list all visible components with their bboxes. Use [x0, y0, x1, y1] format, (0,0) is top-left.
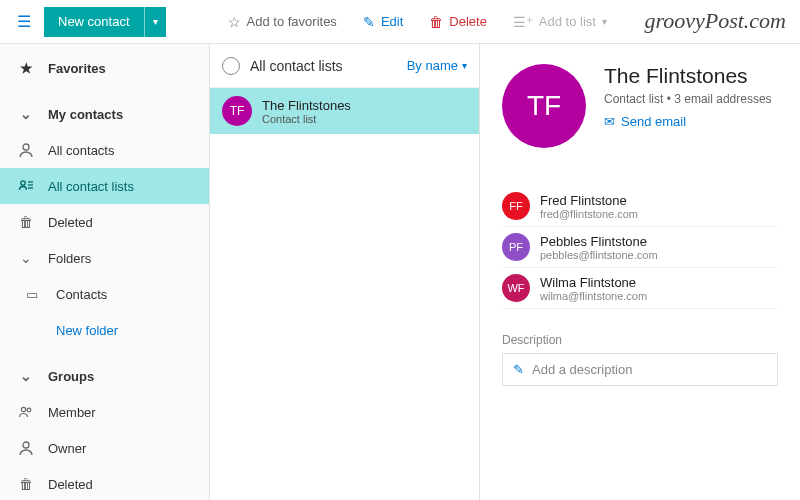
list-header: All contact lists By name ▾: [210, 44, 479, 88]
member-name: Pebbles Flintstone: [540, 234, 658, 249]
star-icon: ☆: [228, 14, 241, 30]
edit-label: Edit: [381, 14, 403, 29]
sidebar-new-folder[interactable]: New folder: [0, 312, 209, 348]
sidebar-label: Favorites: [48, 61, 106, 76]
sidebar-item-favorites[interactable]: ★ Favorites: [0, 50, 209, 86]
people-icon: [18, 404, 34, 420]
sidebar-item-deleted[interactable]: 🗑 Deleted: [0, 204, 209, 240]
hamburger-icon[interactable]: ☰: [10, 12, 38, 31]
member-row[interactable]: FF Fred Flintstonefred@flintstone.com: [502, 186, 778, 227]
pencil-icon: ✎: [513, 362, 524, 377]
svg-point-5: [21, 407, 25, 411]
sidebar-item-folders[interactable]: ⌄ Folders: [0, 240, 209, 276]
sidebar-label: Groups: [48, 369, 94, 384]
trash-icon: 🗑: [429, 14, 443, 30]
member-avatar: FF: [502, 192, 530, 220]
edit-button[interactable]: ✎ Edit: [353, 14, 413, 30]
member-email: fred@flintstone.com: [540, 208, 638, 220]
sidebar-item-contacts-folder[interactable]: ▭ Contacts: [0, 276, 209, 312]
trash-icon: 🗑: [18, 476, 34, 492]
detail-avatar: TF: [502, 64, 586, 148]
sort-label: By name: [407, 58, 458, 73]
chevron-down-icon[interactable]: ▾: [144, 7, 166, 37]
chevron-down-icon: ⌄: [18, 250, 34, 266]
sidebar-item-member[interactable]: Member: [0, 394, 209, 430]
chevron-down-icon: ⌄: [18, 368, 34, 384]
member-row[interactable]: PF Pebbles Flintstonepebbles@flintstone.…: [502, 227, 778, 268]
sidebar-label: Member: [48, 405, 96, 420]
member-name: Wilma Flintstone: [540, 275, 647, 290]
detail-title: The Flintstones: [604, 64, 772, 88]
pencil-icon: ✎: [363, 14, 375, 30]
delete-label: Delete: [449, 14, 487, 29]
mail-icon: ✉: [604, 114, 615, 129]
svg-point-0: [23, 144, 29, 150]
member-name: Fred Flintstone: [540, 193, 638, 208]
description-placeholder: Add a description: [532, 362, 632, 377]
detail-pane: TF The Flintstones Contact list • 3 emai…: [480, 44, 800, 500]
svg-point-7: [23, 442, 29, 448]
people-list-icon: [18, 178, 34, 194]
list-item-name: The Flintstones: [262, 98, 351, 113]
select-all-checkbox[interactable]: [222, 57, 240, 75]
sidebar-item-all-contact-lists[interactable]: All contact lists: [0, 168, 209, 204]
sidebar-label: Deleted: [48, 477, 93, 492]
sidebar-item-groups[interactable]: ⌄ Groups: [0, 358, 209, 394]
sidebar-item-groups-deleted[interactable]: 🗑 Deleted: [0, 466, 209, 500]
sidebar: ★ Favorites ⌄ My contacts All contacts A…: [0, 44, 210, 500]
sidebar-label: Deleted: [48, 215, 93, 230]
list-item-sub: Contact list: [262, 113, 351, 125]
new-contact-label: New contact: [44, 14, 144, 29]
trash-icon: 🗑: [18, 214, 34, 230]
member-email: pebbles@flintstone.com: [540, 249, 658, 261]
star-icon: ★: [18, 60, 34, 76]
sidebar-item-owner[interactable]: Owner: [0, 430, 209, 466]
description-input[interactable]: ✎ Add a description: [502, 353, 778, 386]
person-icon: [18, 142, 34, 158]
new-contact-button[interactable]: New contact ▾: [44, 7, 166, 37]
sidebar-label: All contact lists: [48, 179, 134, 194]
detail-subtitle: Contact list • 3 email addresses: [604, 92, 772, 106]
main-content: ★ Favorites ⌄ My contacts All contacts A…: [0, 44, 800, 500]
chevron-down-icon: ⌄: [18, 106, 34, 122]
send-email-button[interactable]: ✉ Send email: [604, 114, 772, 129]
description-label: Description: [502, 333, 778, 347]
send-email-label: Send email: [621, 114, 686, 129]
sidebar-label: New folder: [56, 323, 118, 338]
sidebar-label: Owner: [48, 441, 86, 456]
sidebar-label: Contacts: [56, 287, 107, 302]
contacts-folder-icon: ▭: [26, 287, 42, 302]
list-item-avatar: TF: [222, 96, 252, 126]
sidebar-label: All contacts: [48, 143, 114, 158]
detail-header: TF The Flintstones Contact list • 3 emai…: [502, 64, 778, 148]
list-title: All contact lists: [250, 58, 397, 74]
member-avatar: PF: [502, 233, 530, 261]
sidebar-label: My contacts: [48, 107, 123, 122]
member-avatar: WF: [502, 274, 530, 302]
sidebar-item-all-contacts[interactable]: All contacts: [0, 132, 209, 168]
add-favorites-button[interactable]: ☆ Add to favorites: [218, 14, 347, 30]
chevron-down-icon: ▾: [602, 16, 607, 27]
sidebar-label: Folders: [48, 251, 91, 266]
svg-point-6: [27, 408, 31, 412]
member-email: wilma@flintstone.com: [540, 290, 647, 302]
list-item[interactable]: TF The Flintstones Contact list: [210, 88, 479, 134]
person-icon: [18, 440, 34, 456]
command-bar: ☰ New contact ▾ ☆ Add to favorites ✎ Edi…: [0, 0, 800, 44]
sort-button[interactable]: By name ▾: [407, 58, 467, 73]
list-pane: All contact lists By name ▾ TF The Flint…: [210, 44, 480, 500]
sidebar-item-my-contacts[interactable]: ⌄ My contacts: [0, 96, 209, 132]
members-list: FF Fred Flintstonefred@flintstone.com PF…: [502, 186, 778, 309]
add-to-list-label: Add to list: [539, 14, 596, 29]
list-add-icon: ☰⁺: [513, 14, 533, 30]
add-to-list-button[interactable]: ☰⁺ Add to list ▾: [503, 14, 617, 30]
chevron-down-icon: ▾: [462, 60, 467, 71]
delete-button[interactable]: 🗑 Delete: [419, 14, 497, 30]
member-row[interactable]: WF Wilma Flintstonewilma@flintstone.com: [502, 268, 778, 309]
svg-point-1: [21, 181, 25, 185]
add-favorites-label: Add to favorites: [247, 14, 337, 29]
